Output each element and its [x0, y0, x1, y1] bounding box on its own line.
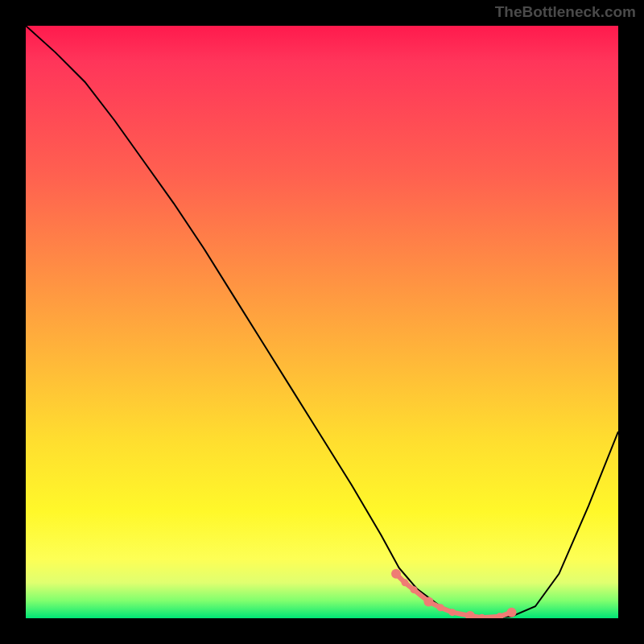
chart-plot-area [26, 26, 618, 618]
chart-svg [26, 26, 618, 618]
valley-marker-dot [507, 608, 517, 617]
valley-marker-dot [411, 586, 418, 593]
valley-marker-dot [465, 611, 475, 618]
attribution-text: TheBottleneck.com [495, 3, 636, 21]
valley-marker-dot [402, 579, 409, 586]
valley-marker-dot [478, 614, 485, 618]
valley-marker-dot [448, 609, 456, 616]
valley-marker-dot [391, 569, 401, 579]
valley-marker-dot [437, 604, 444, 611]
valley-marker-dot [423, 597, 433, 606]
valley-markers [391, 569, 517, 618]
bottleneck-curve-line [26, 26, 618, 618]
